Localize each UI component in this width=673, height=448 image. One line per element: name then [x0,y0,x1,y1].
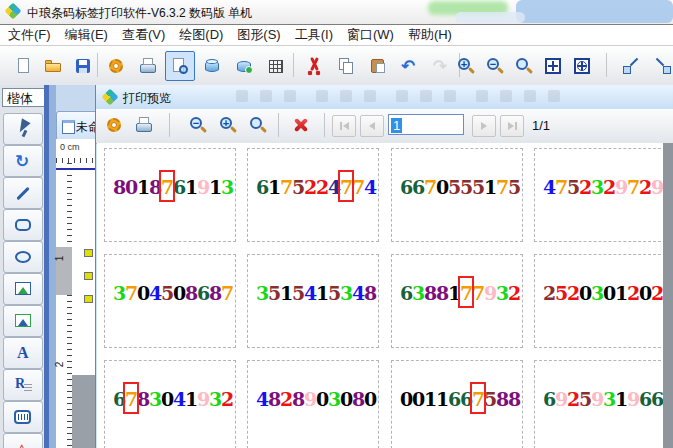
separator [278,113,279,137]
redo-icon [432,56,452,76]
fit-selection-icon [572,56,592,76]
cut-button[interactable] [299,51,329,81]
fit-selection-button[interactable] [567,51,597,81]
print-preview-button[interactable] [165,51,195,81]
tool-text-button[interactable] [3,337,43,369]
tool-rotate-button[interactable] [3,145,43,177]
tool-ellipse-button[interactable] [3,241,43,273]
label-cell: 6388177932 [391,254,523,348]
background-toolbar-ghost [316,90,328,102]
database-button[interactable] [197,51,227,81]
label-digits: 3515415348 [256,281,376,305]
save-button[interactable] [68,51,98,81]
open-file-icon [43,56,63,76]
menu-item-file[interactable]: 文件(F) [8,26,51,44]
label-digits: 4828903080 [256,387,376,411]
selection-handle[interactable] [84,249,93,257]
menu-item-window[interactable]: 窗口(W) [347,26,394,44]
scale-down-button[interactable] [648,51,673,81]
zoom-button[interactable] [245,112,271,138]
tool-barcode-button[interactable] [3,401,43,433]
canvas-outside-page [72,375,96,448]
design-canvas[interactable] [72,163,96,375]
print-icon [134,115,154,135]
document-window-frame [49,85,56,448]
vertical-ruler: 1 2 [56,163,73,448]
background-toolbar-ghost [548,90,560,102]
tool-rich-text-button[interactable] [3,369,43,401]
paste-button[interactable] [363,51,393,81]
highlighted-digit: 7 [472,387,484,411]
open-file-button[interactable] [38,51,68,81]
menu-bar: 文件(F)编辑(E)查看(V)绘图(D)图形(S)工具(I)窗口(W)帮助(H) [0,25,673,46]
background-toolbar-ghost [236,90,248,102]
rotate-icon [13,151,33,171]
tool-picture-button[interactable] [3,273,43,305]
menu-item-draw[interactable]: 绘图(D) [179,26,223,44]
separator [293,53,294,77]
database-connect-button[interactable] [229,51,259,81]
last-page-button[interactable] [500,115,524,137]
app-logo-icon [5,3,22,20]
selection-handle[interactable] [84,295,93,303]
separator [97,53,98,77]
label-cell: 4752329729 [534,148,666,242]
tool-rounded-rectangle-button[interactable] [3,209,43,241]
grid-button[interactable] [261,51,291,81]
horizontal-ruler: 0 cm [56,139,96,164]
menu-item-shape[interactable]: 图形(S) [237,26,280,44]
background-toolbar-ghost [420,90,432,102]
copy-button[interactable] [331,51,361,81]
label-cell: 6783041932 [104,360,236,448]
prev-page-button[interactable] [360,115,384,137]
rich-text-icon [13,375,33,395]
menu-item-edit[interactable]: 编辑(E) [65,26,108,44]
scale-up-icon [621,56,641,76]
dialog-toolbar: 1 1/1 [96,109,673,144]
shape-triangle-icon [13,439,33,448]
settings-icon [106,56,126,76]
label-cell: 3515415348 [247,254,379,348]
zoom-out-button[interactable] [480,51,510,81]
settings-button[interactable] [101,51,131,81]
close-icon [291,115,311,135]
undo-button[interactable] [395,51,425,81]
scale-up-button[interactable] [616,51,646,81]
preview-background [663,143,673,448]
zoom-out-button[interactable] [185,112,211,138]
ruler-origin-label: 0 cm [60,142,80,152]
zoom-button[interactable] [509,51,539,81]
tool-image-button[interactable] [3,305,43,337]
prev-page-icon [369,122,375,130]
window-titlebar: 中琅条码标签打印软件-V6.3.2 数码版 单机 [0,0,673,25]
tool-shape-triangle-button[interactable] [3,433,43,448]
new-document-button[interactable] [8,51,38,81]
first-page-icon [340,122,342,130]
fit-page-button[interactable] [538,51,568,81]
menu-item-view[interactable]: 查看(V) [122,26,165,44]
next-page-button[interactable] [472,115,496,137]
close-button[interactable] [288,112,314,138]
tool-line-button[interactable] [3,177,43,209]
line-icon [13,183,33,203]
page-number-input[interactable]: 1 [388,114,464,135]
zoom-in-button[interactable] [451,51,481,81]
zoom-in-button[interactable] [215,112,241,138]
grid-icon [266,56,286,76]
label-digits: 8018761913 [113,175,233,199]
copy-icon [336,56,356,76]
menu-item-tools[interactable]: 工具(I) [295,26,333,44]
print-settings-button[interactable] [101,112,127,138]
zoom-icon [248,115,268,135]
menu-item-help[interactable]: 帮助(H) [408,26,452,44]
first-page-button[interactable] [332,115,356,137]
cut-icon [304,56,324,76]
print-button[interactable] [131,112,157,138]
document-tab[interactable]: 未命名1 [56,111,98,140]
text-icon [13,343,33,363]
tool-select-button[interactable] [3,113,43,145]
highlighted-digit: 7 [460,281,472,305]
print-button[interactable] [133,51,163,81]
label-digits: 3704508687 [113,281,233,305]
selection-handle[interactable] [84,272,93,280]
